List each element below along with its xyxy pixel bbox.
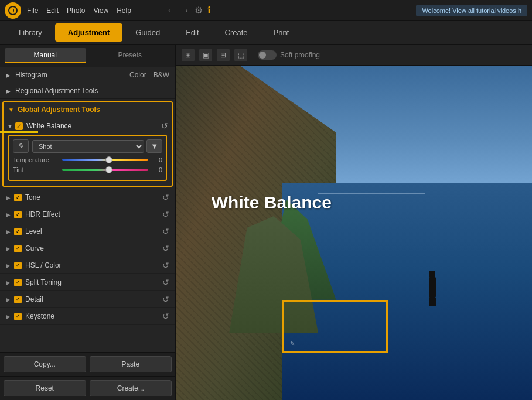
eyedropper-icon: ✎ — [18, 142, 24, 151]
view-compare-icon[interactable]: ⊟ — [217, 49, 230, 61]
keystone-reset[interactable]: ↺ — [162, 312, 169, 321]
nav-tab-edit[interactable]: Edit — [173, 23, 212, 42]
view-frame-icon[interactable]: ⬚ — [234, 49, 247, 61]
view-grid-icon[interactable]: ⊞ — [182, 49, 195, 61]
toolbar-forward-icon[interactable]: → — [180, 5, 190, 16]
level-reset[interactable]: ↺ — [162, 227, 169, 236]
tone-reset[interactable]: ↺ — [162, 193, 169, 202]
adj-item-detail[interactable]: ▶ ✓ Detail ↺ — [0, 291, 175, 308]
adj-item-hsl[interactable]: ▶ ✓ HSL / Color ↺ — [0, 257, 175, 274]
wb-reset-icon[interactable]: ↺ — [161, 121, 168, 131]
temperature-row: Temperature 0 — [13, 156, 162, 163]
adj-item-tone[interactable]: ▶ ✓ Tone ↺ — [0, 189, 175, 206]
tint-label: Tint — [13, 166, 60, 173]
menu-photo[interactable]: Photo — [67, 6, 85, 15]
global-arrow: ▼ — [8, 107, 14, 113]
selection-box: ✎ — [282, 300, 388, 353]
tab-presets[interactable]: Presets — [90, 48, 171, 63]
adj-item-split-toning[interactable]: ▶ ✓ Split Toning ↺ — [0, 274, 175, 291]
level-label: Level — [25, 227, 162, 235]
split-reset[interactable]: ↺ — [162, 278, 169, 287]
toolbar-info-icon[interactable]: ℹ — [207, 5, 211, 16]
selection-content: ✎ — [290, 340, 295, 347]
detail-checkbox[interactable]: ✓ — [14, 296, 22, 303]
tint-thumb[interactable] — [105, 166, 112, 173]
toolbar-back-icon[interactable]: ← — [166, 5, 176, 16]
main-image: White Balance ✎ — [176, 66, 532, 400]
soft-proofing-switch[interactable] — [258, 50, 277, 60]
temperature-slider[interactable] — [62, 159, 148, 161]
tint-row: Tint 0 — [13, 166, 162, 173]
global-box-header: ▼ Global Adjustment Tools — [4, 102, 172, 117]
keystone-arrow: ▶ — [6, 313, 11, 320]
adj-item-curve[interactable]: ▶ ✓ Curve ↺ — [0, 240, 175, 257]
level-checkbox[interactable]: ✓ — [14, 228, 22, 235]
nav-tab-create[interactable]: Create — [212, 23, 261, 42]
toolbar-settings-icon[interactable]: ⚙ — [195, 5, 203, 16]
wb-dropdown-arrow[interactable]: ▼ — [146, 139, 162, 153]
nav-tab-guided[interactable]: Guided — [122, 23, 173, 42]
top-bar: File Edit Photo View Help ← → ⚙ ℹ Welcom… — [0, 0, 532, 21]
menu-view[interactable]: View — [93, 6, 108, 15]
histogram-row[interactable]: ▶ Histogram Color B&W — [0, 67, 175, 83]
adj-item-level[interactable]: ▶ ✓ Level ↺ — [0, 223, 175, 240]
tint-slider[interactable] — [62, 169, 148, 171]
app-logo[interactable] — [5, 2, 21, 19]
wb-expand-arrow[interactable]: ▼ — [7, 123, 13, 129]
curve-checkbox[interactable]: ✓ — [14, 245, 22, 252]
level-arrow: ▶ — [6, 228, 11, 235]
create-button[interactable]: Create... — [90, 380, 172, 396]
soft-proofing-label: Soft proofing — [280, 51, 320, 59]
image-container[interactable]: White Balance ✎ ▶ ⏸ ⇄ / · · · · · — [176, 66, 532, 400]
regional-arrow: ▶ — [6, 88, 11, 94]
hsl-reset[interactable]: ↺ — [162, 261, 169, 270]
view-single-icon[interactable]: ▣ — [199, 49, 212, 61]
person-legs — [429, 298, 436, 306]
detail-label: Detail — [25, 295, 162, 303]
wb-preset-select[interactable]: Shot — [32, 140, 144, 153]
white-balance-section: ▼ ✓ White Balance ↺ ✎ — [4, 117, 172, 186]
eyedropper-button[interactable]: ✎ — [13, 139, 29, 153]
tint-value: 0 — [151, 166, 162, 173]
nav-tab-adjustment[interactable]: Adjustment — [55, 23, 123, 42]
split-checkbox[interactable]: ✓ — [14, 279, 22, 286]
hdr-label: HDR Effect — [25, 210, 162, 218]
histogram-bw[interactable]: B&W — [154, 71, 169, 79]
histogram-color[interactable]: Color — [129, 71, 146, 79]
reset-button[interactable]: Reset — [4, 380, 86, 396]
adj-item-hdr[interactable]: ▶ ✓ HDR Effect ↺ — [0, 206, 175, 223]
right-panel: ⊞ ▣ ⊟ ⬚ Soft proofing — [176, 45, 532, 400]
menu-help[interactable]: Help — [117, 6, 131, 15]
paste-button[interactable]: Paste — [90, 356, 172, 372]
adj-item-keystone[interactable]: ▶ ✓ Keystone ↺ — [0, 308, 175, 325]
curve-reset[interactable]: ↺ — [162, 244, 169, 253]
horizon-line — [318, 193, 425, 194]
tone-label: Tone — [25, 193, 162, 201]
bottom-buttons-2: Reset Create... — [0, 376, 175, 400]
hsl-checkbox[interactable]: ✓ — [14, 262, 22, 269]
temperature-thumb[interactable] — [105, 156, 112, 163]
view-toolbar: ⊞ ▣ ⊟ ⬚ Soft proofing — [176, 45, 532, 66]
wb-checkbox[interactable]: ✓ — [15, 122, 23, 130]
menu-edit[interactable]: Edit — [46, 6, 59, 15]
nav-tab-library[interactable]: Library — [6, 23, 55, 42]
histogram-arrow: ▶ — [6, 72, 11, 78]
welcome-banner[interactable]: Welcome! View all tutorial videos h — [416, 5, 527, 16]
tone-checkbox[interactable]: ✓ — [14, 194, 22, 201]
temperature-value: 0 — [151, 156, 162, 163]
hdr-arrow: ▶ — [6, 211, 11, 218]
copy-button[interactable]: Copy... — [4, 356, 86, 372]
hdr-reset[interactable]: ↺ — [162, 210, 169, 219]
tab-manual[interactable]: Manual — [5, 48, 86, 63]
nav-tab-print[interactable]: Print — [261, 23, 302, 42]
curve-arrow: ▶ — [6, 245, 11, 252]
menu-file[interactable]: File — [27, 6, 38, 15]
hdr-checkbox[interactable]: ✓ — [14, 211, 22, 218]
keystone-checkbox[interactable]: ✓ — [14, 313, 22, 320]
soft-proofing-toggle: Soft proofing — [258, 50, 320, 60]
regional-row[interactable]: ▶ Regional Adjustment Tools — [0, 83, 175, 99]
tone-arrow: ▶ — [6, 194, 11, 201]
wb-label: White Balance — [26, 122, 71, 130]
detail-reset[interactable]: ↺ — [162, 295, 169, 304]
nav-bar: Library Adjustment Guided Edit Create Pr… — [0, 21, 532, 45]
